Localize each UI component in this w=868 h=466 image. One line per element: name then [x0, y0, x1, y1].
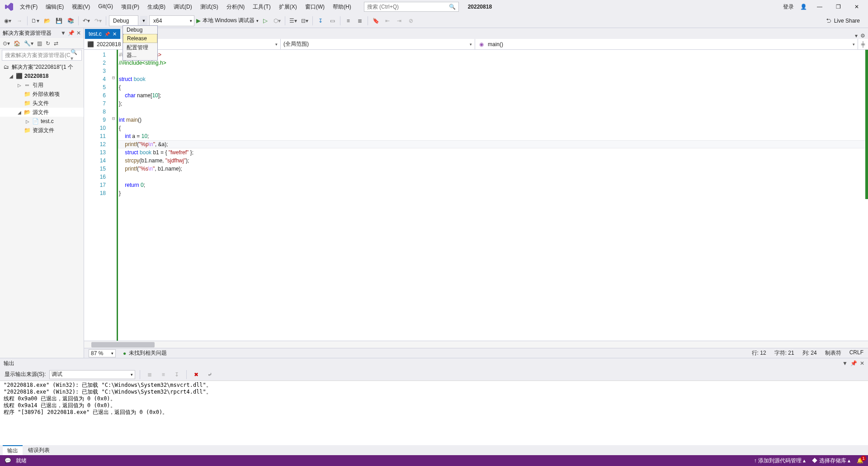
- user-icon[interactable]: 👤: [800, 4, 807, 10]
- code-editor[interactable]: #include<stdio.h>//#include<string.h>str…: [117, 50, 868, 341]
- nav-scope-combo[interactable]: (全局范围)▾: [281, 39, 475, 49]
- menu-0[interactable]: 文件(F): [16, 1, 41, 13]
- quick-search-input[interactable]: 搜索 (Ctrl+Q) 🔍: [364, 2, 459, 12]
- save-button[interactable]: 💾: [54, 16, 64, 26]
- output-dropdown-icon[interactable]: ▼: [842, 360, 848, 366]
- menu-9[interactable]: 工具(T): [249, 1, 274, 13]
- tabstrip-settings-icon[interactable]: ⚙: [860, 33, 865, 39]
- output-tool-2[interactable]: ≡: [158, 370, 168, 380]
- platform-combo[interactable]: x64 ▾: [149, 15, 194, 26]
- solution-search-input[interactable]: 搜索解决方案资源管理器(Ctrl+;) 🔍▾: [2, 50, 82, 61]
- close-button[interactable]: ✕: [851, 2, 863, 12]
- tree-file-test-c[interactable]: ▷📄test.c: [0, 117, 84, 126]
- toolbar-btn-10[interactable]: ⇥: [394, 16, 404, 26]
- open-button[interactable]: 📂: [42, 16, 52, 26]
- tree-external-deps[interactable]: 📁外部依赖项: [0, 90, 84, 99]
- line-number-gutter: 123456789101112131415161718: [84, 50, 110, 341]
- output-tool-3[interactable]: ↧: [172, 370, 182, 380]
- sol-tool-4[interactable]: ⇄: [54, 40, 58, 47]
- toolbar-btn-4[interactable]: ↧: [316, 16, 326, 26]
- menu-5[interactable]: 生成(B): [144, 1, 169, 13]
- repo-button[interactable]: ◆ 选择存储库 ▴: [812, 457, 850, 465]
- output-close-icon[interactable]: ✕: [860, 360, 864, 366]
- solpane-pin-icon[interactable]: 📌: [68, 30, 75, 36]
- editor-tab-test-c[interactable]: test.c 📌 ✕: [85, 29, 120, 39]
- menu-3[interactable]: Git(G): [94, 1, 117, 13]
- output-tool-1[interactable]: ≣: [145, 370, 155, 380]
- liveshare-button[interactable]: ⮌ Live Share: [826, 18, 865, 24]
- sol-tool-2[interactable]: 🔧▾: [24, 40, 33, 47]
- editor-hscrollbar[interactable]: [84, 341, 868, 348]
- config-dropdown-list: Debug Release 配置管理器...: [123, 25, 158, 61]
- tab-pin-icon[interactable]: 📌: [104, 32, 110, 37]
- src-ctrl-button[interactable]: ↑ 添加到源代码管理 ▴: [754, 457, 806, 465]
- start-nodebug-button[interactable]: ▷: [260, 16, 270, 26]
- start-debug-button[interactable]: ▶ 本地 Windows 调试器 ▾: [196, 17, 259, 24]
- undo-button[interactable]: ↶▾: [81, 16, 91, 26]
- output-tab[interactable]: 输出: [3, 445, 23, 456]
- menu-10[interactable]: 扩展(X): [275, 1, 301, 13]
- toolbar-btn-2[interactable]: ☰▾: [288, 16, 298, 26]
- config-combo[interactable]: Debug: [109, 15, 138, 26]
- menu-6[interactable]: 调试(D): [170, 1, 196, 13]
- error-list-tab[interactable]: 错误列表: [24, 446, 54, 455]
- save-all-button[interactable]: 📚: [66, 16, 75, 26]
- tree-solution-root[interactable]: 🗂解决方案"20220818"(1 个: [0, 62, 84, 71]
- sol-refresh-icon[interactable]: ↻: [46, 40, 50, 47]
- config-dropdown-arrow[interactable]: ▼: [140, 16, 147, 26]
- toolbar-btn-7[interactable]: ≣: [355, 16, 365, 26]
- new-project-button[interactable]: 🗋▾: [30, 16, 40, 26]
- status-feedback-icon[interactable]: 💬: [5, 457, 11, 464]
- menu-12[interactable]: 帮助(H): [329, 1, 355, 13]
- output-clear-button[interactable]: ✖: [191, 370, 201, 380]
- tab-close-icon[interactable]: ✕: [113, 31, 117, 37]
- menu-8[interactable]: 分析(N): [223, 1, 249, 13]
- toolbar-btn-8[interactable]: 🔖: [371, 16, 381, 26]
- config-option-release[interactable]: Release: [123, 34, 157, 43]
- nav-member-combo[interactable]: ◉main()▾: [475, 39, 858, 49]
- toolbar-btn-5[interactable]: ▭: [327, 16, 337, 26]
- sol-tool-1[interactable]: ⊙▾: [3, 40, 10, 47]
- maximize-button[interactable]: ❐: [832, 2, 844, 12]
- login-link[interactable]: 登录: [783, 3, 794, 11]
- no-issues-label[interactable]: ●未找到相关问题: [123, 349, 167, 357]
- crlf-label[interactable]: CRLF: [849, 349, 863, 357]
- zoom-combo[interactable]: 87 %▾: [89, 349, 116, 357]
- menu-2[interactable]: 视图(V): [68, 1, 94, 13]
- menu-4[interactable]: 项目(P): [118, 1, 143, 13]
- tree-resources[interactable]: 📁资源文件: [0, 126, 84, 135]
- solpane-dropdown-icon[interactable]: ▼: [61, 30, 66, 36]
- redo-button[interactable]: ↷▾: [93, 16, 103, 26]
- config-manager-option[interactable]: 配置管理器...: [123, 43, 157, 60]
- tree-project[interactable]: ◢⬛20220818: [0, 71, 84, 81]
- toolbar-btn-3[interactable]: ⊟▾: [300, 16, 310, 26]
- menu-11[interactable]: 窗口(W): [302, 1, 328, 13]
- forward-button[interactable]: →: [14, 16, 24, 26]
- fold-gutter[interactable]: ⊟⊟: [110, 50, 117, 341]
- output-wrap-button[interactable]: ⤶: [205, 370, 215, 380]
- tree-headers[interactable]: 📁头文件: [0, 99, 84, 108]
- nav-project-combo[interactable]: ⬛20220818▾: [84, 39, 281, 49]
- solpane-close-icon[interactable]: ✕: [76, 30, 81, 36]
- output-source-combo[interactable]: 调试▾: [49, 370, 135, 379]
- tree-sources[interactable]: ◢📂源文件: [0, 108, 84, 117]
- sol-home-icon[interactable]: 🏠: [14, 40, 20, 47]
- output-text[interactable]: "20220818.exe" (Win32): 已加载 "C:\Windows\…: [0, 381, 868, 445]
- vs-logo-icon: [5, 2, 14, 11]
- menu-1[interactable]: 编辑(E): [42, 1, 67, 13]
- sol-tool-3[interactable]: ▥: [37, 40, 42, 47]
- tree-references[interactable]: ▷▫▫引用: [0, 81, 84, 90]
- tabs-label[interactable]: 制表符: [825, 349, 841, 357]
- tabstrip-dropdown-icon[interactable]: ▾: [855, 33, 858, 39]
- output-pin-icon[interactable]: 📌: [850, 360, 857, 366]
- toolbar-btn-9[interactable]: ⇤: [382, 16, 392, 26]
- split-editor-button[interactable]: ╪: [858, 39, 868, 49]
- notifications-button[interactable]: 🔔1: [857, 457, 863, 464]
- toolbar-btn-11[interactable]: ⊘: [406, 16, 416, 26]
- toolbar-btn-1[interactable]: ⬡▾: [272, 16, 282, 26]
- toolbar-btn-6[interactable]: ≡: [343, 16, 353, 26]
- menu-7[interactable]: 测试(S): [197, 1, 222, 13]
- minimize-button[interactable]: —: [813, 2, 826, 12]
- config-option-debug[interactable]: Debug: [123, 26, 157, 34]
- back-button[interactable]: ◉▾: [3, 16, 13, 26]
